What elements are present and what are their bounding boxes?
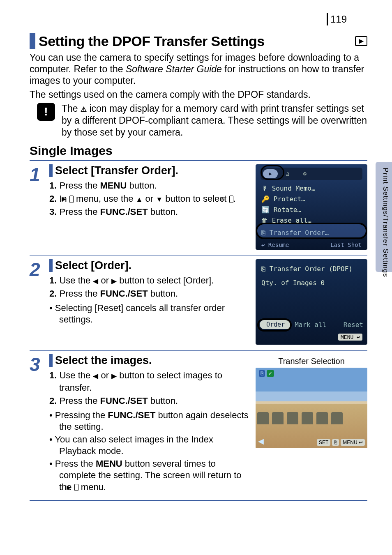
step-3-title: Select the images.	[55, 354, 152, 367]
step-number-3: 3	[30, 354, 49, 494]
lcd2-mark-all: Mark all	[295, 321, 326, 329]
step-number-2: 2	[30, 259, 49, 345]
subheading: Single Images	[30, 144, 367, 158]
caution-icon	[37, 103, 55, 121]
step-1: 1 Select [Transfer Order]. 1. Press the …	[30, 161, 367, 256]
lcd1-item-rotate: 🔄 Rotate…	[261, 205, 362, 215]
lcd3-check-icon: ✓	[267, 370, 274, 377]
lcd2-order-highlight	[257, 318, 292, 332]
step-3: 3 Select the images. 1. Use the ◀ or ▶ b…	[30, 350, 367, 500]
warning-text: The ⚠ icon may display for a memory card…	[62, 103, 367, 138]
step-2-line-1: 1. Use the ◀ or ▶ button to select [Orde…	[49, 274, 250, 287]
lcd1-footer-last-shot: Last Shot	[330, 242, 362, 248]
lcd1-item-protect: 🔑 Protect…	[261, 194, 362, 205]
lcd1-item-sound-memo: 🎙 Sound Memo…	[261, 183, 362, 194]
transfer-selection-screenshot: ⎘ ✓ ◀ SET ⎘ MENU ↩	[256, 368, 367, 448]
step-1-title: Select [Transfer Order].	[55, 164, 178, 177]
transfer-selection-label: Transfer Selection	[256, 357, 367, 366]
step-2: 2 Select [Order]. 1. Use the ◀ or ▶ butt…	[30, 256, 367, 350]
camera-menu-screenshot: ▶ 🖨 ⚙ 🎙 Sound Memo… 🔑 Protect… 🔄 Rotate……	[256, 164, 367, 250]
step-2-bullet-1: Selecting [Reset] cancels all transfer o…	[49, 302, 250, 326]
lcd1-tab-setup: ⚙	[297, 169, 312, 178]
heading-accent-bar	[30, 33, 35, 49]
lcd2-title: ⎘ Transfer Order (DPOF)	[261, 265, 353, 273]
transfer-order-dpof-screenshot: ⎘ Transfer Order (DPOF) Qty. of Images 0…	[256, 259, 367, 345]
step-3-line-1: 1. Use the ◀ or ▶ button to select image…	[49, 369, 250, 394]
lcd2-reset: Reset	[344, 321, 363, 329]
step-3-line-2: 2. Press the FUNC./SET button.	[49, 395, 250, 407]
playback-menu-icon: ▶	[69, 196, 74, 203]
step-1-line-3: 3. Press the FUNC./SET button.	[49, 206, 250, 218]
step-1-line-1: 1. Press the MENU button.	[49, 180, 250, 192]
lcd3-set-chip: SET	[317, 439, 330, 446]
heading-text: Setting the DPOF Transfer Settings	[39, 33, 265, 49]
step-3-bullet-2: You can also select images in the Index …	[49, 434, 250, 457]
page-number: 119	[327, 13, 347, 25]
lcd1-footer-resume: ↩ Resume	[261, 242, 289, 248]
step-number-1: 1	[30, 164, 49, 250]
step-2-title: Select [Order].	[55, 259, 131, 272]
lcd3-transfer-icon: ⎘	[259, 370, 265, 377]
lcd3-left-arrow-icon: ◀	[258, 437, 264, 446]
step-3-bullet-3: Press the MENU button several times to c…	[49, 458, 250, 493]
lcd3-menu-chip: MENU ↩	[341, 439, 365, 446]
main-heading: Setting the DPOF Transfer Settings ▶	[30, 33, 367, 49]
section-tab-label: Print Settings/Transfer Settings	[381, 168, 390, 277]
lcd3-xfer-chip: ⎘	[332, 439, 339, 446]
step-2-line-2: 2. Press the FUNC./SET button.	[49, 288, 250, 300]
intro-paragraph-2: The settings used on the camera comply w…	[30, 89, 367, 100]
warning-block: The ⚠ icon may display for a memory card…	[30, 103, 367, 138]
playback-mode-icon: ▶	[355, 36, 367, 46]
lcd2-menu-chip: MENU ↩	[338, 334, 362, 341]
intro-paragraph-1: You can use the camera to specify settin…	[30, 52, 367, 86]
step-3-bullet-1: Pressing the FUNC./SET button again dese…	[49, 410, 250, 433]
step-1-line-2: 2. In ▶ menu, use the ▲ or ▼ button to s…	[49, 193, 250, 205]
lcd2-qty-images: Qty. of Images 0	[261, 279, 325, 287]
lcd1-selection-highlight	[256, 223, 367, 239]
transfer-order-icon: ⎘	[229, 196, 233, 203]
